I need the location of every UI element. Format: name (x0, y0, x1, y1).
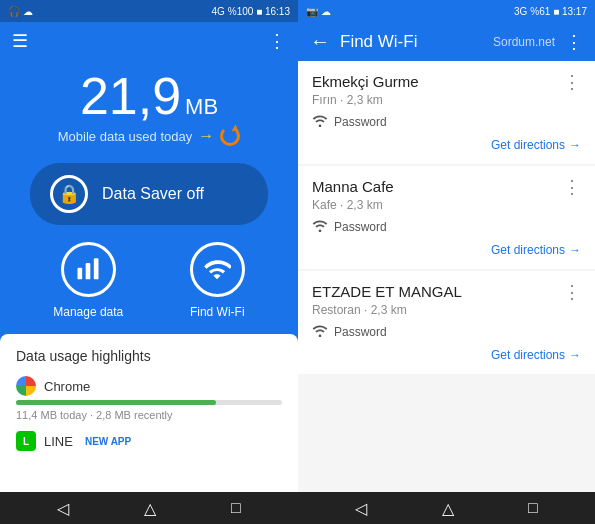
status-right-info-right: 3G %61 ■ 13:17 (514, 6, 587, 17)
lock-circle: 🔒 (50, 175, 88, 213)
find-wifi-label: Find Wi-Fi (190, 305, 245, 319)
right-panel: 📷 ☁ 3G %61 ■ 13:17 ← Find Wi-Fi Sordum.n… (298, 0, 595, 524)
chrome-progress-fill (16, 400, 216, 405)
action-buttons: Manage data Find Wi-Fi (0, 237, 298, 329)
page-title: Find Wi-Fi (340, 32, 483, 52)
highlights-title: Data usage highlights (16, 348, 282, 364)
wifi-list: Ekmekçi Gurme ⋮ Fırın · 2,3 km Password … (298, 61, 595, 492)
bottom-nav-right: ◁ △ □ (298, 492, 595, 524)
arrow-icon: → (198, 127, 214, 145)
data-label: Mobile data used today → (20, 126, 278, 146)
wifi-name-1: Ekmekçi Gurme (312, 73, 419, 90)
wifi-name-2: Manna Cafe (312, 178, 394, 195)
find-wifi-button[interactable]: Find Wi-Fi (190, 242, 245, 319)
wifi-pass-row-1: Password (312, 113, 581, 130)
back-button[interactable]: ← (310, 30, 330, 53)
wifi-item-3-header: ETZADE ET MANGAL ⋮ (312, 283, 581, 301)
lock-icon: 🔒 (58, 183, 80, 205)
bottom-nav-left: ◁ △ □ (0, 492, 298, 524)
status-right-left-icons: 📷 ☁ (306, 6, 331, 17)
wifi-item-1-more[interactable]: ⋮ (563, 73, 581, 91)
wifi-signal-icon-2 (312, 218, 328, 235)
wifi-item-2-more[interactable]: ⋮ (563, 178, 581, 196)
line-row: L LINE NEW APP (16, 431, 282, 455)
manage-data-label: Manage data (53, 305, 123, 319)
top-bar-wifi: ← Find Wi-Fi Sordum.net ⋮ (298, 22, 595, 61)
back-nav-button[interactable]: ◁ (57, 499, 69, 518)
watermark: Sordum.net (493, 35, 555, 49)
wifi-password-3: Password (334, 325, 387, 339)
arrow-right-icon-2: → (569, 243, 581, 257)
wifi-meta-1: Fırın · 2,3 km (312, 93, 581, 107)
data-unit: MB (185, 94, 218, 120)
menu-icon[interactable]: ☰ (12, 30, 28, 52)
wifi-item-3-more[interactable]: ⋮ (563, 283, 581, 301)
get-directions-2[interactable]: Get directions → (312, 243, 581, 261)
headphone-icon: 🎧 (8, 6, 20, 17)
svg-rect-2 (94, 258, 99, 279)
data-amount: 21,9 (80, 70, 181, 122)
recent-nav-button[interactable]: □ (231, 499, 241, 517)
new-badge: NEW APP (85, 436, 131, 447)
wifi-item-2[interactable]: Manna Cafe ⋮ Kafe · 2,3 km Password Get … (298, 166, 595, 269)
line-info: L LINE NEW APP (16, 431, 282, 451)
status-right-info: 4G %100 ■ 16:13 (211, 6, 290, 17)
wifi-item-2-header: Manna Cafe ⋮ (312, 178, 581, 196)
chrome-row: Chrome 11,4 MB today · 2,8 MB recently (16, 376, 282, 421)
wifi-meta-2: Kafe · 2,3 km (312, 198, 581, 212)
find-wifi-circle (190, 242, 245, 297)
chrome-icon (16, 376, 36, 396)
line-icon: L (16, 431, 36, 451)
notification-icon: ☁ (23, 6, 33, 17)
more-icon[interactable]: ⋮ (565, 31, 583, 53)
cloud-icon: ☁ (321, 6, 331, 17)
home-nav-right[interactable]: △ (442, 499, 454, 518)
wifi-meta-3: Restoran · 2,3 km (312, 303, 581, 317)
chrome-info: Chrome (16, 376, 282, 396)
svg-point-3 (319, 125, 322, 128)
recent-nav-right[interactable]: □ (528, 499, 538, 517)
wifi-name-3: ETZADE ET MANGAL (312, 283, 462, 300)
get-directions-3[interactable]: Get directions → (312, 348, 581, 366)
manage-data-circle (61, 242, 116, 297)
svg-rect-0 (78, 267, 83, 279)
svg-point-5 (319, 335, 322, 338)
svg-point-4 (319, 230, 322, 233)
signal-text: 4G (211, 6, 224, 17)
chrome-name: Chrome (44, 379, 90, 394)
wifi-password-1: Password (334, 115, 387, 129)
line-name: LINE (44, 434, 73, 449)
wifi-signal-icon-3 (312, 323, 328, 340)
arrow-right-icon-3: → (569, 348, 581, 362)
status-bar-right: 📷 ☁ 3G %61 ■ 13:17 (298, 0, 595, 22)
battery-info-right: %61 ■ 13:17 (530, 6, 587, 17)
wifi-item-3[interactable]: ETZADE ET MANGAL ⋮ Restoran · 2,3 km Pas… (298, 271, 595, 374)
wifi-password-2: Password (334, 220, 387, 234)
chrome-progress-bar (16, 400, 282, 405)
signal-3g: 3G (514, 6, 527, 17)
arrow-right-icon-1: → (569, 138, 581, 152)
data-display: 21,9 MB Mobile data used today → (0, 60, 298, 151)
back-nav-right[interactable]: ◁ (355, 499, 367, 518)
svg-rect-1 (86, 263, 91, 279)
refresh-icon[interactable] (220, 126, 240, 146)
top-nav-left: ☰ ⋮ (0, 22, 298, 60)
get-directions-1[interactable]: Get directions → (312, 138, 581, 156)
camera-icon: 📷 (306, 6, 318, 17)
home-nav-button[interactable]: △ (144, 499, 156, 518)
wifi-signal-icon-1 (312, 113, 328, 130)
highlights-card: Data usage highlights Chrome 11,4 MB tod… (0, 334, 298, 492)
more-options-icon[interactable]: ⋮ (268, 30, 286, 52)
manage-data-button[interactable]: Manage data (53, 242, 123, 319)
data-saver-button[interactable]: 🔒 Data Saver off (30, 163, 268, 225)
data-saver-label: Data Saver off (102, 185, 204, 203)
left-panel: 🎧 ☁ 4G %100 ■ 16:13 ☰ ⋮ 21,9 MB Mobile d… (0, 0, 298, 524)
status-left-icons: 🎧 ☁ (8, 6, 33, 17)
wifi-item-1[interactable]: Ekmekçi Gurme ⋮ Fırın · 2,3 km Password … (298, 61, 595, 164)
status-bar-left: 🎧 ☁ 4G %100 ■ 16:13 (0, 0, 298, 22)
wifi-pass-row-2: Password (312, 218, 581, 235)
wifi-item-1-header: Ekmekçi Gurme ⋮ (312, 73, 581, 91)
battery-text: %100 ■ 16:13 (228, 6, 290, 17)
chrome-stats: 11,4 MB today · 2,8 MB recently (16, 409, 282, 421)
wifi-pass-row-3: Password (312, 323, 581, 340)
